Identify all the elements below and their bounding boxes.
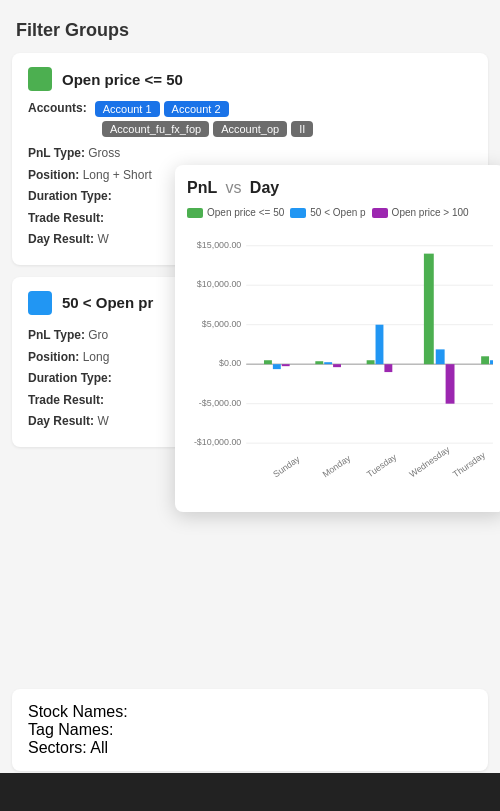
bar-tuesday-green <box>315 361 323 364</box>
svg-text:$5,000.00: $5,000.00 <box>202 319 242 329</box>
bar-tuesday-purple <box>333 364 341 367</box>
xlabel-thursday: Thursday <box>451 450 488 480</box>
bottom-footer-bar <box>0 773 500 811</box>
svg-text:-$10,000.00: -$10,000.00 <box>194 437 241 447</box>
chart-legend: Open price <= 50 50 < Open p Open price … <box>187 207 493 218</box>
legend-color-3 <box>372 208 388 218</box>
svg-text:$0.00: $0.00 <box>219 358 241 368</box>
legend-color-1 <box>187 208 203 218</box>
chart-popup: PnL vs Day Open price <= 50 50 < Open p … <box>175 165 500 512</box>
account-badge-2[interactable]: Account 2 <box>164 101 229 117</box>
bar-fri-blue <box>490 360 493 364</box>
accounts-section: Accounts: Account 1 Account 2 <box>28 101 472 117</box>
account-badge-1[interactable]: Account 1 <box>95 101 160 117</box>
bar-wed-purple <box>384 364 392 372</box>
group1-name: Open price <= 50 <box>62 71 183 88</box>
stock-names-row: Stock Names: <box>28 703 472 721</box>
group2-name: 50 < Open pr <box>62 294 153 311</box>
chart-title: PnL vs Day <box>187 179 493 197</box>
group1-color-indicator <box>28 67 52 91</box>
account-badge-5[interactable]: II <box>291 121 313 137</box>
page-container: Filter Groups Open price <= 50 Accounts:… <box>0 0 500 811</box>
bar-thu-blue <box>436 349 445 364</box>
bar-wed-blue <box>376 325 384 364</box>
account-badge-3[interactable]: Account_fu_fx_fop <box>102 121 209 137</box>
legend-item-1: Open price <= 50 <box>187 207 284 218</box>
page-title: Filter Groups <box>0 0 500 53</box>
group1-pnl-row: PnL Type: Gross <box>28 143 472 165</box>
svg-text:$15,000.00: $15,000.00 <box>197 240 241 250</box>
bar-chart-svg: $15,000.00 $10,000.00 $5,000.00 $0.00 -$… <box>187 226 493 502</box>
group2-color-indicator <box>28 291 52 315</box>
xlabel-sunday: Sunday <box>271 454 302 480</box>
tag-names-row: Tag Names: <box>28 721 472 739</box>
legend-color-2 <box>290 208 306 218</box>
xlabel-tuesday: Tuesday <box>365 451 399 479</box>
bar-tuesday-blue <box>324 362 332 364</box>
group1-header: Open price <= 50 <box>28 67 472 91</box>
legend-item-3: Open price > 100 <box>372 207 469 218</box>
xlabel-monday: Monday <box>321 453 353 480</box>
legend-item-2: 50 < Open p <box>290 207 365 218</box>
bar-wed-green <box>367 360 375 364</box>
bar-monday-blue <box>273 364 281 369</box>
svg-text:-$5,000.00: -$5,000.00 <box>199 398 242 408</box>
accounts-row-2: Account_fu_fx_fop Account_op II <box>28 121 472 137</box>
accounts-label: Accounts: <box>28 101 87 115</box>
sectors-row: Sectors: All <box>28 739 472 757</box>
bar-monday-purple <box>282 364 290 366</box>
bar-monday-green <box>264 360 272 364</box>
svg-text:$10,000.00: $10,000.00 <box>197 279 241 289</box>
bar-thu-green <box>424 254 434 365</box>
bar-thu-purple <box>446 364 455 403</box>
xlabel-wednesday: Wednesday <box>407 444 451 479</box>
account-badge-4[interactable]: Account_op <box>213 121 287 137</box>
bottom-panel: Stock Names: Tag Names: Sectors: All <box>12 689 488 771</box>
bar-fri-green <box>481 356 489 364</box>
